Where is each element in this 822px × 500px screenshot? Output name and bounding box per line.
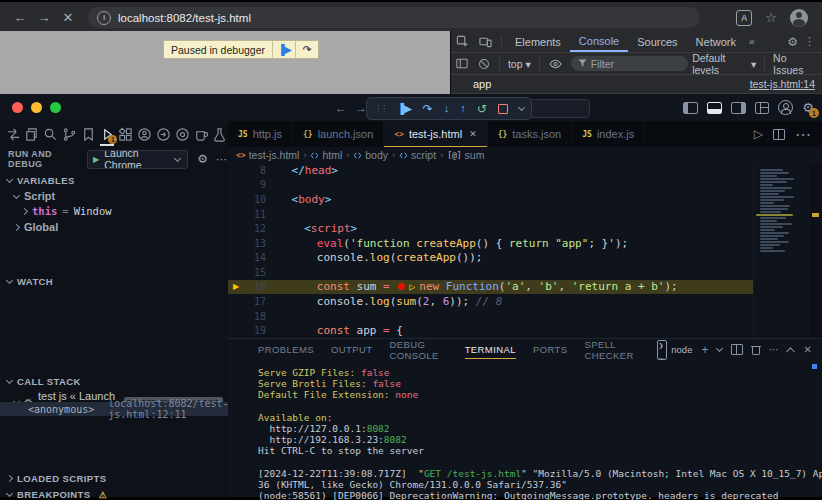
panel-tab-ports[interactable]: PORTS (533, 339, 568, 360)
remote-icon[interactable] (5, 123, 21, 145)
run-file-icon[interactable]: ▷ (754, 127, 763, 141)
inspect-element-icon[interactable] (456, 35, 469, 48)
editor-tab-http.js[interactable]: JShttp.js (228, 121, 293, 147)
clear-console-icon[interactable] (478, 58, 490, 70)
editor-tab-tasks.json[interactable]: {}tasks.json (488, 121, 573, 147)
browser-forward-button[interactable]: → (32, 10, 56, 25)
console-source-link[interactable]: test-js.html:14 (750, 78, 815, 90)
variable-this[interactable]: this = Window (22, 205, 112, 217)
toggle-panel-icon[interactable] (707, 102, 722, 114)
issues-counter[interactable]: No Issues (773, 52, 815, 76)
step-over-button-vscode[interactable]: ↷ (423, 103, 433, 115)
overview-ruler[interactable] (810, 163, 822, 338)
breadcrumb-item-html[interactable]: html (310, 149, 342, 161)
extensions-icon[interactable] (118, 123, 134, 145)
debug-config-gear-icon[interactable]: ⚙ (197, 152, 208, 166)
editor-more-icon[interactable]: ⋯ (795, 125, 812, 144)
device-toolbar-icon[interactable] (479, 35, 492, 48)
paused-pointer-gutter-icon[interactable]: ▶ (228, 282, 244, 291)
call-stack-frame-row[interactable]: <anonymous> localhost:8082/test-js.html:… (0, 402, 228, 416)
live-expression-eye-icon[interactable] (549, 59, 562, 69)
window-minimize-button[interactable] (31, 102, 42, 113)
breadcrumb-item-body[interactable]: body (353, 149, 388, 161)
inline-breakpoint-icon[interactable] (398, 283, 405, 290)
maximize-panel-icon[interactable] (786, 347, 794, 355)
devtools-tab-elements[interactable]: Elements (506, 31, 570, 52)
manage-settings-icon[interactable]: ⚙1 (802, 100, 814, 115)
panel-more-icon[interactable]: ⋯ (769, 344, 780, 355)
toggle-secondary-sidebar-icon[interactable] (731, 102, 746, 114)
close-tab-icon[interactable]: ✕ (469, 129, 477, 139)
page-info-icon[interactable]: i (97, 11, 111, 25)
java-icon[interactable] (193, 123, 209, 145)
devtools-tab-network[interactable]: Network (687, 31, 745, 52)
toolbar-chevron-icon[interactable] (518, 104, 525, 111)
console-filter-input[interactable]: Filter (571, 56, 688, 71)
panel-tab-output[interactable]: OUTPUT (331, 339, 372, 360)
variables-scope-script[interactable]: Script (14, 190, 55, 202)
step-over-button[interactable]: ↷ (296, 44, 318, 55)
variables-scope-global[interactable]: Global (14, 221, 58, 233)
account-circle-icon[interactable] (137, 123, 153, 145)
continue-button[interactable]: ▐▶ (397, 104, 412, 114)
close-panel-icon[interactable]: ✕ (804, 344, 812, 355)
browser-back-button[interactable]: ← (8, 10, 32, 25)
editor-back-icon[interactable]: ← (331, 101, 351, 115)
run-and-debug-icon[interactable]: 1 (99, 123, 115, 145)
translate-icon[interactable]: A (736, 10, 752, 26)
panel-tab-problems[interactable]: PROBLEMS (258, 339, 314, 360)
launch-config-dropdown[interactable]: ▶ Launch Chrome (87, 150, 188, 169)
toggle-sidebar-icon[interactable] (683, 102, 698, 114)
editor-tab-index.js[interactable]: JSindex.js (572, 121, 645, 147)
testing-icon[interactable] (212, 123, 228, 145)
restart-button[interactable]: ↺ (477, 103, 487, 115)
resume-script-button[interactable]: ▐▶ (273, 44, 295, 55)
devtools-tab-console[interactable]: Console (570, 31, 628, 52)
panel-tab-terminal[interactable]: TERMINAL (465, 339, 516, 360)
terminal-dropdown-icon[interactable] (716, 345, 723, 352)
browser-close-button[interactable]: ✕ (56, 10, 80, 25)
console-sidebar-icon[interactable] (456, 58, 468, 69)
customize-layout-icon[interactable] (755, 102, 769, 114)
editor-tab-test-js.html[interactable]: <>test-js.html✕ (384, 121, 487, 147)
devtools-tab-sources[interactable]: Sources (628, 31, 686, 52)
breadcrumb-item-script[interactable]: script (399, 149, 436, 161)
bookmark-star-icon[interactable]: ☆ (765, 10, 777, 25)
window-zoom-button[interactable] (50, 102, 61, 113)
debug-views-more-icon[interactable]: ⋯ (216, 153, 228, 166)
breadcrumb-item-test-js.html[interactable]: <>test-js.html (236, 149, 299, 161)
split-terminal-icon[interactable] (731, 344, 742, 355)
editor-tab-launch.json[interactable]: {}launch.json (293, 121, 384, 147)
breadcrumb-item-sum[interactable]: [@]sum (447, 149, 484, 161)
browser-profile-avatar[interactable] (790, 9, 808, 27)
address-bar[interactable]: i localhost:8082/test-js.html (88, 7, 700, 28)
watch-section-header[interactable]: WATCH (0, 276, 53, 287)
explorer-icon[interactable] (24, 123, 40, 145)
breakpoints-section-header[interactable]: BREAKPOINTS ⚠ (0, 489, 107, 500)
panel-tab-spell-checker[interactable]: SPELL CHECKER (584, 339, 639, 360)
code-editor[interactable]: 8</head>910<body>1112<script>13eval('fun… (228, 163, 753, 338)
search-icon[interactable] (43, 123, 59, 145)
source-control-icon[interactable] (61, 123, 77, 145)
split-editor-icon[interactable] (773, 129, 785, 140)
default-levels-dropdown[interactable]: Default levels ▾ (692, 52, 756, 76)
bookmarks-icon[interactable] (80, 123, 96, 145)
loaded-scripts-section-header[interactable]: LOADED SCRIPTS (0, 473, 107, 484)
call-stack-section-header[interactable]: CALL STACK (0, 376, 81, 387)
step-into-button[interactable]: ↓ (444, 103, 450, 114)
terminal-output[interactable]: Serve GZIP Files: falseServe Brotli File… (228, 360, 822, 500)
devtools-settings-icon[interactable]: ⚙ (783, 35, 802, 49)
kill-terminal-icon[interactable] (752, 345, 760, 355)
stop-button[interactable] (498, 104, 508, 114)
window-close-button[interactable] (12, 102, 23, 113)
toolbar-grip-handle[interactable]: ⋮⋮ (374, 104, 386, 113)
minimap[interactable] (753, 163, 810, 338)
new-terminal-icon[interactable]: + (701, 343, 708, 357)
accounts-icon[interactable] (778, 100, 793, 115)
start-debug-icon[interactable]: ▶ (93, 155, 99, 164)
devtools-menu-icon[interactable]: ⋮ (802, 35, 822, 48)
panel-tab-debug-console[interactable]: DEBUG CONSOLE (389, 339, 447, 360)
circle-action-icon[interactable] (155, 123, 171, 145)
more-tabs-icon[interactable]: » (745, 36, 759, 47)
terminal-instance-chip[interactable]: ❯_ node (657, 340, 693, 360)
